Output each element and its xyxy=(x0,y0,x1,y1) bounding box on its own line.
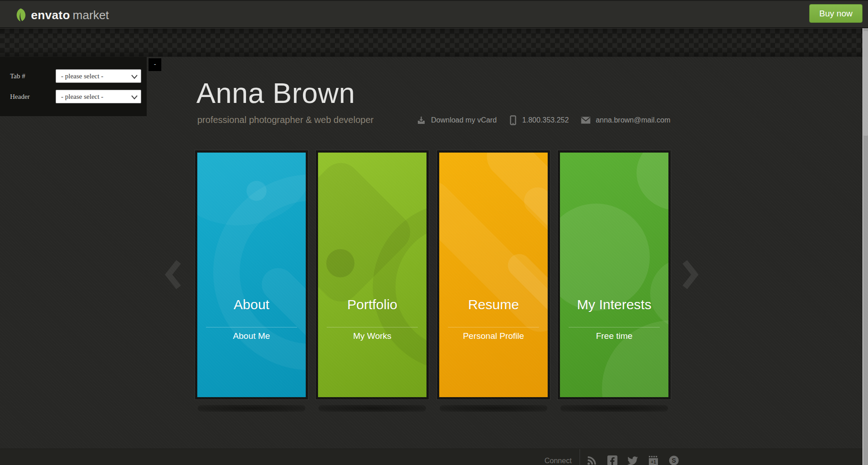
email-address: anna.brown@mail.com xyxy=(596,116,670,124)
panel-collapse-button[interactable]: - xyxy=(149,58,161,71)
card-shadow xyxy=(560,405,668,412)
footer: Connect +1 xyxy=(0,449,868,465)
card-title: Portfolio xyxy=(318,297,426,312)
card-shadow xyxy=(440,405,547,412)
bubbles-art xyxy=(560,153,668,397)
card-subtitle: Free time xyxy=(560,331,668,341)
vertical-scrollbar[interactable] xyxy=(863,28,868,465)
scrollbar-thumb[interactable] xyxy=(863,31,868,136)
buy-now-button[interactable]: Buy now xyxy=(809,4,863,23)
page: envato market Buy now Tab # - please sel… xyxy=(0,0,868,465)
vcard-label: Download my vCard xyxy=(431,116,497,124)
theme-config-panel: Tab # - please select - Header - please … xyxy=(0,57,147,116)
header-select-value: - please select - xyxy=(61,93,103,101)
mail-icon xyxy=(581,117,591,124)
envato-leaf-icon xyxy=(15,8,27,22)
footer-divider xyxy=(580,449,580,465)
card-portfolio-face: Portfolio My Works xyxy=(318,153,426,397)
card-portfolio[interactable]: Portfolio My Works xyxy=(315,150,429,400)
carousel-next-arrow[interactable] xyxy=(682,260,699,290)
connect-label: Connect xyxy=(544,457,572,465)
card-subtitle: My Works xyxy=(318,331,426,341)
card-subtitle: Personal Profile xyxy=(439,331,548,341)
header-texture-strip xyxy=(0,29,868,57)
card-about[interactable]: About About Me xyxy=(195,150,308,400)
skype-icon[interactable]: S xyxy=(668,455,679,465)
card-shadow xyxy=(198,405,305,412)
header-style-select[interactable]: - please select - xyxy=(56,90,141,103)
card-divider xyxy=(569,327,660,327)
download-vcard-link[interactable]: Download my vCard xyxy=(416,116,497,125)
card-resume[interactable]: Resume Personal Profile xyxy=(437,150,550,400)
header-style-label: Header xyxy=(10,93,30,101)
chevron-down-icon xyxy=(131,74,138,79)
svg-text:+1: +1 xyxy=(651,460,656,465)
tab-number-label: Tab # xyxy=(10,72,26,80)
email-link[interactable]: anna.brown@mail.com xyxy=(581,116,670,124)
tag-art xyxy=(318,153,426,397)
envato-market-logo[interactable]: envato market xyxy=(15,7,109,23)
card-title: About xyxy=(197,297,306,312)
card-subtitle: About Me xyxy=(197,331,306,341)
tab-number-select[interactable]: - please select - xyxy=(56,69,141,83)
card-resume-face: Resume Personal Profile xyxy=(439,153,548,397)
svg-text:S: S xyxy=(672,457,676,464)
card-shadow xyxy=(318,405,426,412)
page-title: Anna Brown xyxy=(196,77,355,109)
vcard-download-icon xyxy=(416,116,426,125)
card-divider xyxy=(206,327,297,327)
pen-art xyxy=(439,153,548,397)
contact-row: Download my vCard 1.800.353.252 anna.bro… xyxy=(416,114,670,127)
clock-art xyxy=(197,153,306,397)
social-links: +1 S xyxy=(586,455,679,465)
facebook-icon[interactable] xyxy=(607,455,618,465)
logo-text-market: market xyxy=(73,8,109,22)
config-row-tab: Tab # - please select - xyxy=(0,69,147,83)
googleplus-icon[interactable]: +1 xyxy=(648,455,659,465)
logo-text-envato: envato xyxy=(31,8,70,22)
phone-number: 1.800.353.252 xyxy=(522,116,569,124)
rss-icon[interactable] xyxy=(586,455,597,465)
carousel-prev-arrow[interactable] xyxy=(165,260,181,290)
twitter-icon[interactable] xyxy=(627,455,638,465)
card-divider xyxy=(327,327,418,327)
card-my-interests-face: My Interests Free time xyxy=(560,153,668,397)
card-my-interests[interactable]: My Interests Free time xyxy=(557,150,671,400)
phone-link[interactable]: 1.800.353.252 xyxy=(509,115,569,125)
card-about-face: About About Me xyxy=(197,153,306,397)
page-tagline: professional photographer & web develope… xyxy=(197,115,374,125)
chevron-down-icon xyxy=(131,94,138,100)
tab-select-value: - please select - xyxy=(61,72,103,80)
phone-icon xyxy=(509,115,517,125)
config-row-header: Header - please select - xyxy=(0,90,147,103)
card-title: My Interests xyxy=(560,297,668,312)
card-divider xyxy=(448,327,539,327)
top-bar: envato market Buy now xyxy=(0,0,868,28)
card-title: Resume xyxy=(439,297,548,312)
